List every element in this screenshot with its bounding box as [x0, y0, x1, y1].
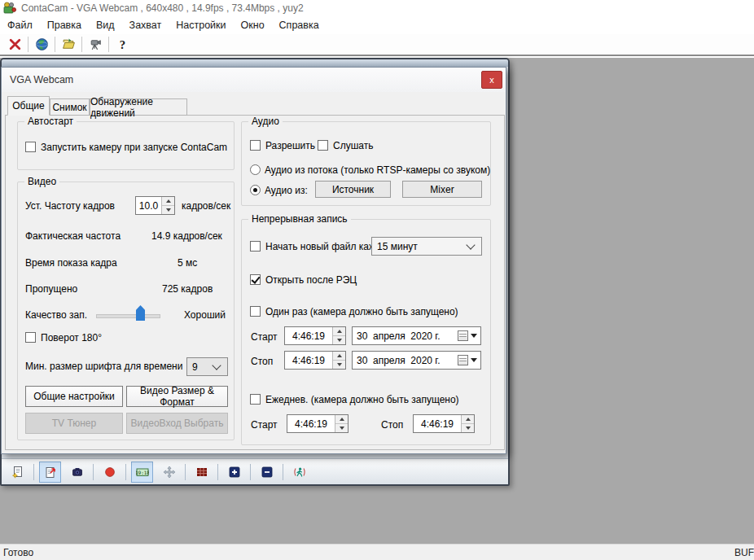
once-start-label: Старт: [251, 331, 278, 343]
daily-checkbox[interactable]: [250, 394, 261, 405]
status-bar: Готово BUF: [0, 544, 754, 560]
tab-snapshot[interactable]: Снимок: [50, 98, 90, 116]
spin-down-icon[interactable]: [462, 423, 474, 432]
once-stop-time-spinner[interactable]: 4:46:19: [284, 351, 346, 370]
open-folder-button[interactable]: [56, 35, 81, 54]
timestamp-button[interactable]: 19:18: [131, 462, 153, 483]
zoom-in-icon: [228, 466, 241, 479]
audio-from-radio[interactable]: [250, 185, 261, 195]
svg-text:19:18: 19:18: [136, 469, 149, 475]
motion-detection-button[interactable]: [288, 462, 310, 483]
new-config-icon: [11, 466, 24, 479]
fps-label: Уст. Частоту кадров: [25, 200, 115, 212]
spin-down-icon[interactable]: [333, 335, 345, 344]
dropped-value: 725 кадров: [162, 283, 213, 295]
newfile-interval-combobox[interactable]: 15 минут: [371, 237, 482, 256]
close-camera-button[interactable]: [2, 35, 27, 54]
tab-general[interactable]: Общие: [7, 96, 50, 116]
help-button[interactable]: ?: [110, 35, 134, 54]
audio-stream-label: Аудио из потока (только RTSP-камеры со з…: [265, 164, 490, 176]
dialog-close-button[interactable]: x: [481, 71, 502, 89]
menu-item-help[interactable]: Справка: [272, 17, 327, 33]
tab-motion-detection[interactable]: Обнаружение движений: [90, 98, 187, 116]
toolbar-separator: [217, 464, 218, 480]
pan-button[interactable]: [158, 462, 180, 483]
once-start-date-picker[interactable]: 30 апреля 2020 г.: [352, 326, 481, 345]
svg-text:?: ?: [119, 38, 125, 51]
daily-stop-time-value: 4:46:19: [414, 415, 461, 432]
daily-stop-time-spinner[interactable]: 4:46:19: [413, 414, 475, 433]
autostart-label: Запустить камеру при запуске ContaCam: [41, 142, 227, 153]
spin-up-icon[interactable]: [162, 197, 174, 205]
dialog-titlebar[interactable]: VGA Webcam x: [2, 68, 506, 92]
fontsize-label: Мин. размер шрифта для времени: [25, 361, 182, 372]
menu-item-capture[interactable]: Захват: [122, 17, 169, 33]
menu-item-edit[interactable]: Правка: [40, 17, 89, 33]
menu-item-settings[interactable]: Настройки: [169, 17, 233, 33]
properties-button[interactable]: [39, 462, 61, 483]
toolbar-separator: [250, 464, 251, 480]
app-window: ContaCam - VGA Webcam , 640x480 , 14.9fp…: [0, 0, 754, 560]
newfile-checkbox[interactable]: [250, 241, 261, 252]
rotate-checkbox[interactable]: [25, 332, 36, 343]
daily-label: Ежеднев. (камера должно быть запущено): [265, 394, 459, 405]
grid-overlay-button[interactable]: [191, 462, 213, 483]
child-window-titlebar[interactable]: [2, 59, 508, 67]
edit-config-button[interactable]: [7, 462, 28, 483]
spin-down-icon[interactable]: [335, 423, 348, 432]
zoom-in-button[interactable]: [223, 462, 245, 483]
spin-buttons[interactable]: [332, 352, 345, 369]
audio-source-button[interactable]: Источник: [315, 181, 391, 198]
audio-stream-radio[interactable]: [250, 164, 261, 175]
menu-item-window[interactable]: Окно: [234, 17, 272, 33]
spin-up-icon[interactable]: [333, 327, 345, 335]
app-icon: [3, 2, 16, 15]
camera-icon: [71, 466, 84, 479]
toolbar-separator: [55, 37, 55, 52]
spin-up-icon[interactable]: [333, 352, 345, 360]
fontsize-combobox[interactable]: 9: [186, 357, 228, 376]
zoom-out-button[interactable]: [256, 462, 278, 483]
spin-up-icon[interactable]: [335, 415, 348, 423]
once-stop-date-picker[interactable]: 30 апреля 2020 г.: [352, 351, 481, 370]
spin-down-icon[interactable]: [333, 360, 345, 369]
frametime-label: Время показа кадра: [25, 257, 117, 269]
quality-value: Хороший: [184, 309, 226, 321]
audio-mixer-button[interactable]: Mixer: [402, 181, 482, 198]
date-dropdown[interactable]: [458, 355, 480, 365]
newfile-label: Начать новый файл кажд.: [265, 241, 384, 252]
once-checkbox[interactable]: [250, 306, 261, 317]
once-start-time-spinner[interactable]: 4:46:19: [284, 326, 346, 345]
group-audio-title: Аудио: [248, 116, 283, 127]
video-input-button: ВидеоВход Выбрать: [126, 413, 228, 434]
calendar-icon: [458, 330, 468, 341]
fps-spin-buttons[interactable]: [161, 197, 174, 214]
spin-buttons[interactable]: [335, 415, 348, 432]
spin-buttons[interactable]: [332, 327, 345, 344]
camera-setup-button[interactable]: [83, 35, 107, 54]
toolbar-separator: [108, 37, 109, 52]
snapshot-button[interactable]: [66, 462, 88, 483]
fps-spinner[interactable]: 10.0: [135, 196, 175, 215]
web-button[interactable]: [29, 35, 54, 54]
actual-fps-value: 14.9 кадров/сек: [151, 230, 222, 242]
once-label: Один раз (камера должно быть запущено): [265, 306, 458, 317]
audio-listen-checkbox[interactable]: [318, 140, 328, 151]
window-titlebar[interactable]: ContaCam - VGA Webcam , 640x480 , 14.9fp…: [0, 0, 754, 16]
toolbar-separator: [283, 464, 283, 480]
record-button[interactable]: [99, 462, 121, 483]
spin-buttons[interactable]: [461, 415, 474, 432]
general-settings-button[interactable]: Общие настройки: [25, 386, 123, 407]
spin-down-icon[interactable]: [162, 205, 174, 214]
daily-start-time-spinner[interactable]: 4:46:19: [287, 414, 349, 433]
menu-item-view[interactable]: Вид: [89, 17, 122, 33]
spin-up-icon[interactable]: [462, 415, 474, 423]
open-after-checkbox[interactable]: [250, 274, 261, 285]
audio-enable-checkbox[interactable]: [250, 140, 261, 151]
autostart-checkbox[interactable]: [25, 142, 36, 152]
chevron-down-icon: [212, 361, 221, 370]
menu-item-file[interactable]: Файл: [0, 17, 40, 33]
quality-slider-track[interactable]: [96, 314, 160, 318]
video-size-format-button[interactable]: Видео Размер & Формат: [126, 386, 228, 407]
date-dropdown[interactable]: [458, 330, 480, 341]
